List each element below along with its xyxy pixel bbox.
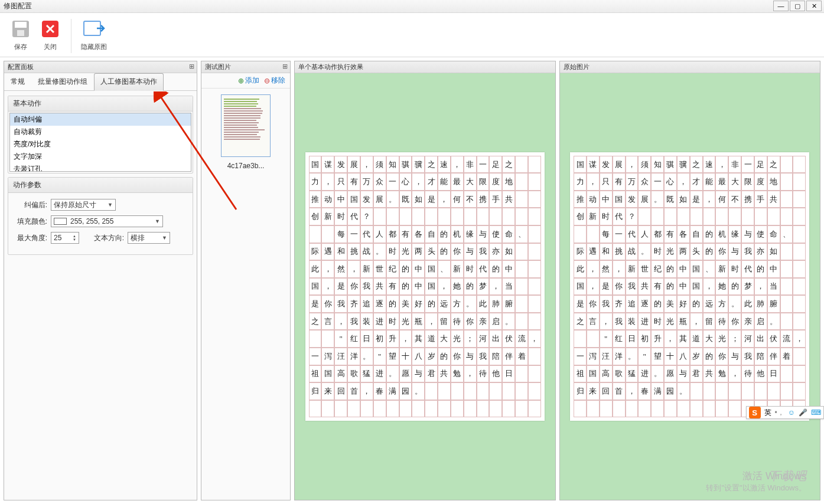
action-item[interactable]: 自动裁剪 <box>10 126 191 138</box>
maximize-button[interactable]: ▢ <box>790 1 805 11</box>
minus-icon: ⊖ <box>264 77 270 85</box>
action-item[interactable]: 文字加深 <box>10 150 191 163</box>
close-icon <box>39 18 61 40</box>
add-test-image-button[interactable]: ⊕添加 <box>238 76 259 86</box>
svg-rect-1 <box>15 22 27 28</box>
test-panel-title: 测试图片 <box>205 63 231 71</box>
text-direction-label: 文本方向: <box>90 233 124 243</box>
close-button[interactable]: 关闭 <box>35 15 65 57</box>
original-view-title: 原始图片 <box>560 61 820 73</box>
titlebar: 修图配置 — ▢ ✕ <box>0 0 824 13</box>
hide-original-button[interactable]: 隐藏原图 <box>77 15 110 57</box>
hide-icon <box>83 18 105 40</box>
max-angle-label: 最大角度: <box>13 233 47 243</box>
close-label: 关闭 <box>44 42 57 51</box>
text-direction-combo[interactable]: 横排▼ <box>128 232 170 244</box>
config-tabs: 常规 批量修图动作组 人工修图基本动作 <box>4 73 197 91</box>
sogou-icon: S <box>749 407 761 418</box>
save-button[interactable]: 保存 <box>6 15 35 57</box>
result-view-title: 单个基本动作执行效果 <box>295 61 555 73</box>
basic-actions-group: 基本动作 自动纠偏自动裁剪亮度/对比度文字加深去装订孔 <box>8 96 193 174</box>
action-params-group: 动作参数 纠偏后: 保持原始尺寸▼ 填充颜色: 255, 255, 255 ▼ <box>8 177 193 255</box>
close-window-button[interactable]: ✕ <box>806 1 822 11</box>
after-correction-label: 纠偏后: <box>13 200 47 210</box>
pin-icon[interactable]: ⊞ <box>282 63 288 70</box>
remove-test-image-button[interactable]: ⊖移除 <box>264 76 285 86</box>
site-watermark: 下载吧 <box>768 468 807 484</box>
action-item[interactable]: 去装订孔 <box>10 163 191 172</box>
voice-icon[interactable]: 🎤 <box>799 408 807 417</box>
ime-lang[interactable]: 英 <box>764 408 771 418</box>
result-view: 单个基本动作执行效果 国谋发展，须知骐骥之速，非一足之力，只有万众一心，才能最大… <box>294 61 556 500</box>
config-panel: 配置面板 ⊞ 常规 批量修图动作组 人工修图基本动作 基本动作 自动纠偏自动裁剪… <box>4 61 197 500</box>
after-correction-combo[interactable]: 保持原始尺寸▼ <box>51 199 116 211</box>
action-list[interactable]: 自动纠偏自动裁剪亮度/对比度文字加深去装订孔 <box>9 113 191 172</box>
result-canvas[interactable]: 国谋发展，须知骐骥之速，非一足之力，只有万众一心，才能最大限度地推动中国发展。既… <box>295 73 555 500</box>
action-item[interactable]: 亮度/对比度 <box>10 138 191 150</box>
plus-icon: ⊕ <box>238 77 244 85</box>
action-params-title: 动作参数 <box>8 178 193 193</box>
basic-actions-title: 基本动作 <box>8 96 193 112</box>
fill-color-combo[interactable]: 255, 255, 255 ▼ <box>51 215 163 227</box>
test-image-thumbnail[interactable] <box>221 94 271 157</box>
action-item[interactable]: 自动纠偏 <box>10 113 191 126</box>
svg-rect-2 <box>17 30 24 36</box>
config-panel-title: 配置面板 <box>8 63 34 71</box>
test-images-panel: 测试图片 ⊞ ⊕添加 ⊖移除 4c17ae3b... <box>201 61 291 500</box>
emoji-icon[interactable]: ☺ <box>788 408 795 417</box>
save-label: 保存 <box>14 42 27 51</box>
save-icon <box>9 18 32 40</box>
tab-general[interactable]: 常规 <box>4 73 31 90</box>
window-title: 修图配置 <box>4 1 32 11</box>
thumbnail-label: 4c17ae3b... <box>227 162 265 170</box>
main-toolbar: 保存 关闭 隐藏原图 <box>0 13 824 57</box>
color-swatch-icon <box>54 218 67 225</box>
minimize-button[interactable]: — <box>773 1 789 11</box>
original-view: 原始图片 国谋发展，须知骐骥之速，非一足之力，只有万众一心，才能最大限度地推动中… <box>559 61 821 500</box>
tab-manual[interactable]: 人工修图基本动作 <box>94 73 164 91</box>
ime-toolbar[interactable]: S 英 •， ☺ 🎤 ⌨ <box>746 406 824 419</box>
hide-original-label: 隐藏原图 <box>81 42 107 51</box>
keyboard-icon[interactable]: ⌨ <box>811 408 821 417</box>
fill-color-label: 填充颜色: <box>13 217 47 227</box>
tab-batch[interactable]: 批量修图动作组 <box>31 73 94 90</box>
max-angle-spinner[interactable]: 25 ▲▼ <box>51 232 79 244</box>
pin-icon[interactable]: ⊞ <box>189 63 194 70</box>
original-canvas[interactable]: 国谋发展，须知骐骥之速，非一足之力，只有万众一心，才能最大限度地推动中国发展。既… <box>560 73 820 500</box>
